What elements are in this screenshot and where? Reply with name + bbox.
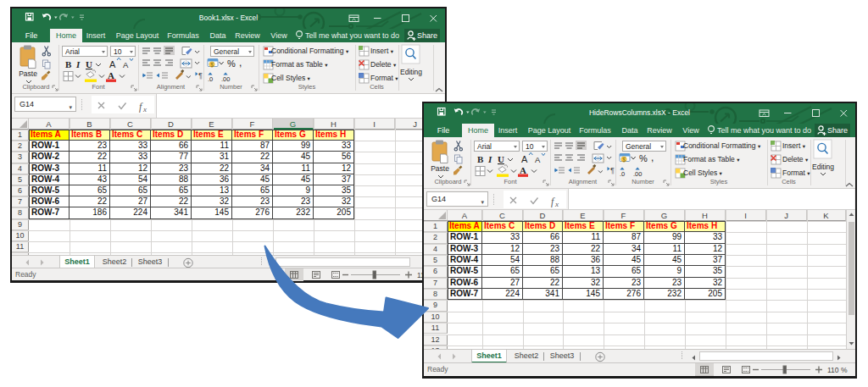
svg-text:$: $ <box>622 157 626 163</box>
svg-text:A: A <box>123 60 129 69</box>
svg-text:x: x <box>142 105 147 113</box>
svg-text:¶: ¶ <box>610 166 615 174</box>
svg-text:A: A <box>535 155 541 164</box>
svg-text:%: % <box>227 58 236 69</box>
svg-text:B: B <box>65 59 72 69</box>
svg-text:%: % <box>639 153 648 163</box>
svg-text:A: A <box>109 59 116 69</box>
svg-text:$: $ <box>210 62 214 68</box>
svg-text:A: A <box>521 154 528 164</box>
svg-text:¶: ¶ <box>198 71 203 80</box>
svg-text:110 %: 110 % <box>827 366 848 374</box>
svg-text:.0: .0 <box>620 170 625 178</box>
svg-text:,: , <box>239 57 242 69</box>
svg-text:.00: .00 <box>633 170 642 178</box>
svg-text:.00: .00 <box>221 75 230 83</box>
svg-text:U: U <box>498 154 504 164</box>
svg-text:I: I <box>75 59 81 69</box>
svg-text:U: U <box>86 59 92 69</box>
svg-text:I: I <box>487 154 492 164</box>
svg-text:.0: .0 <box>208 75 213 83</box>
svg-text:A: A <box>108 70 114 80</box>
svg-text:B: B <box>477 154 484 164</box>
svg-text:,: , <box>651 152 654 163</box>
svg-text:x: x <box>554 200 559 208</box>
svg-text:A: A <box>520 165 526 175</box>
